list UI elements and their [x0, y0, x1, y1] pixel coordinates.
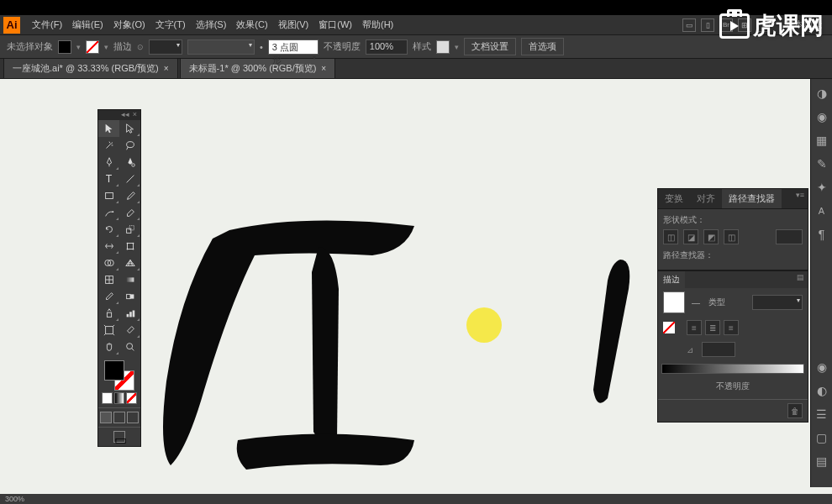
draw-normal[interactable] [100, 412, 112, 423]
angle-input[interactable] [702, 342, 735, 357]
screen-mode-button[interactable]: ▭ [113, 431, 125, 443]
preferences-button[interactable]: 首选项 [521, 38, 564, 55]
close-icon[interactable]: × [164, 64, 169, 73]
brushes-panel-icon[interactable]: ✎ [814, 156, 829, 171]
intersect-button[interactable]: ◩ [703, 229, 719, 244]
lasso-tool[interactable] [119, 137, 140, 154]
rotate-tool[interactable] [98, 221, 119, 238]
type-tool[interactable]: T [98, 171, 119, 187]
layout-icon-2[interactable]: ▯ [701, 18, 714, 32]
document-tab-1[interactable]: 一座城池.ai* @ 33.33% (RGB/预览) × [3, 58, 178, 78]
symbol-sprayer-tool[interactable] [98, 305, 119, 322]
color-panel-icon[interactable]: ◑ [814, 86, 829, 101]
free-transform-tool[interactable] [119, 238, 140, 255]
opacity-input[interactable]: 100% [366, 39, 408, 55]
expand-button[interactable] [776, 229, 803, 244]
slice-tool[interactable] [119, 322, 140, 339]
stroke-thumbnail[interactable] [663, 291, 685, 313]
stroke-none-icon[interactable] [663, 322, 675, 333]
stroke-swatch[interactable] [86, 40, 99, 54]
close-icon[interactable]: × [133, 110, 137, 120]
shaper-tool[interactable] [98, 204, 119, 221]
align-tab[interactable]: 对齐 [690, 189, 722, 208]
fill-color[interactable] [104, 360, 124, 381]
perspective-grid-tool[interactable] [119, 255, 140, 271]
appearance-panel-icon[interactable]: ◉ [814, 360, 829, 375]
eyedropper-tool[interactable] [98, 288, 119, 305]
column-graph-tool[interactable] [119, 305, 140, 322]
minus-front-button[interactable]: ◪ [683, 229, 698, 244]
direct-selection-tool[interactable] [119, 120, 140, 137]
magic-wand-tool[interactable] [98, 137, 119, 154]
menu-object[interactable]: 对象(O) [108, 18, 150, 31]
shape-builder-tool[interactable] [98, 255, 119, 271]
profile-dropdown[interactable] [187, 39, 255, 55]
panel-menu-icon[interactable]: ▾≡ [793, 189, 808, 208]
mesh-tool[interactable] [98, 271, 119, 288]
zoom-tool[interactable] [119, 339, 140, 355]
align-icon[interactable]: ≡ [687, 320, 702, 335]
draw-behind[interactable] [113, 412, 125, 423]
unite-button[interactable]: ◫ [663, 229, 678, 244]
align-icon[interactable]: ≡ [724, 320, 739, 335]
menu-window[interactable]: 窗口(W) [313, 18, 357, 31]
curvature-tool[interactable] [119, 154, 140, 171]
stroke-weight-dropdown[interactable] [149, 39, 182, 55]
brush-stroke-1 [154, 205, 431, 482]
color-mode-none[interactable] [126, 392, 137, 404]
fill-swatch[interactable] [58, 40, 71, 54]
draw-inside[interactable] [127, 412, 139, 423]
panel-menu-icon[interactable]: ▤ [793, 271, 808, 288]
menu-view[interactable]: 视图(V) [273, 18, 314, 31]
zoom-level[interactable]: 300% [5, 495, 24, 503]
color-mode-gradient[interactable] [114, 392, 125, 404]
hand-tool[interactable] [98, 339, 119, 355]
stroke-tab[interactable]: 描边 [658, 271, 685, 288]
character-panel-icon[interactable]: A [814, 203, 829, 218]
layers-panel-icon[interactable]: ☰ [814, 407, 829, 422]
exclude-button[interactable]: ◫ [724, 229, 739, 244]
graphic-styles-panel-icon[interactable]: ◐ [814, 383, 829, 398]
svg-point-26 [126, 344, 132, 349]
svg-text:T: T [105, 173, 112, 185]
selection-tool[interactable] [98, 120, 119, 137]
collapse-icon[interactable]: ◂◂ [121, 110, 129, 120]
close-icon[interactable]: × [321, 64, 326, 73]
color-mode-solid[interactable] [102, 392, 113, 404]
menu-type[interactable]: 文字(T) [150, 18, 191, 31]
menu-edit[interactable]: 编辑(E) [67, 18, 108, 31]
pen-tool[interactable] [98, 154, 119, 171]
document-tab-2[interactable]: 未标题-1* @ 300% (RGB/预览) × [180, 58, 336, 78]
line-tool[interactable] [119, 171, 140, 187]
scale-tool[interactable] [119, 221, 140, 238]
svg-rect-23 [129, 312, 132, 317]
swatches-panel-icon[interactable]: ▦ [814, 133, 829, 148]
transform-tab[interactable]: 变换 [658, 189, 690, 208]
artboard-tool[interactable] [98, 322, 119, 339]
paragraph-panel-icon[interactable]: ¶ [814, 227, 829, 242]
blend-tool[interactable] [119, 288, 140, 305]
menu-effect[interactable]: 效果(C) [231, 18, 272, 31]
brush-dropdown[interactable]: 3 点圆形 [268, 39, 319, 55]
menu-select[interactable]: 选择(S) [191, 18, 232, 31]
eraser-tool[interactable] [119, 204, 140, 221]
style-swatch[interactable] [436, 40, 450, 54]
layout-icon-1[interactable]: ▭ [682, 18, 696, 32]
width-tool[interactable] [98, 238, 119, 255]
color-guide-panel-icon[interactable]: ◉ [814, 109, 829, 124]
pathfinder-tab[interactable]: 路径查找器 [722, 189, 782, 208]
gradient-bar[interactable] [661, 364, 804, 374]
type-dropdown[interactable] [752, 295, 803, 310]
libraries-panel-icon[interactable]: ▤ [814, 454, 829, 469]
paintbrush-tool[interactable] [119, 187, 140, 204]
trash-icon[interactable]: 🗑 [787, 403, 803, 418]
align-icon[interactable]: ≣ [705, 320, 720, 335]
menu-file[interactable]: 文件(F) [27, 18, 67, 31]
doc-setup-button[interactable]: 文档设置 [464, 38, 516, 55]
gradient-tool[interactable] [119, 271, 140, 288]
shape-modes-label: 形状模式： [663, 214, 803, 226]
symbols-panel-icon[interactable]: ✦ [814, 180, 829, 195]
artboards-panel-icon[interactable]: ▢ [814, 430, 829, 445]
menu-help[interactable]: 帮助(H) [357, 18, 398, 31]
rectangle-tool[interactable] [98, 187, 119, 204]
